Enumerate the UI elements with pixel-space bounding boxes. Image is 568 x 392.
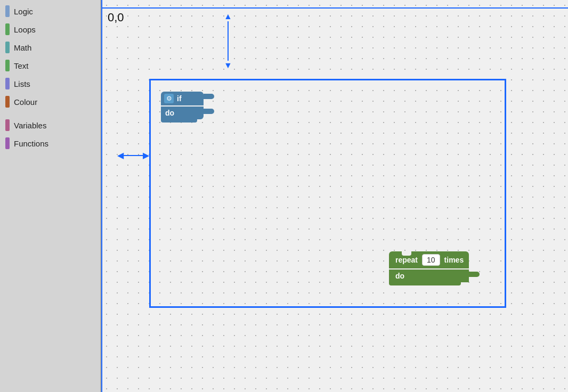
sidebar-label-math: Math xyxy=(14,43,31,52)
sidebar: Logic Loops Math Text Lists Colour Varia… xyxy=(0,0,101,392)
sidebar-label-logic: Logic xyxy=(14,7,33,16)
text-color-bar xyxy=(5,60,10,71)
coord-label: 0,0 xyxy=(108,11,124,24)
times-label: times xyxy=(444,256,464,264)
if-block-bottom xyxy=(161,119,197,123)
sidebar-separator xyxy=(0,111,100,116)
sidebar-item-lists[interactable]: Lists xyxy=(0,75,100,93)
sidebar-item-loops[interactable]: Loops xyxy=(0,20,100,38)
repeat-value[interactable]: 10 xyxy=(422,254,440,266)
loops-color-bar xyxy=(5,23,10,35)
horizontal-line xyxy=(101,7,568,9)
math-color-bar xyxy=(5,42,10,53)
gear-icon[interactable]: ⚙ xyxy=(164,94,174,103)
canvas-area[interactable]: 0,0 ⚙ if do repeat 10 times do xyxy=(101,0,568,392)
sidebar-label-loops: Loops xyxy=(14,25,36,34)
variables-color-bar xyxy=(5,119,10,131)
do-notch xyxy=(204,109,214,114)
sidebar-label-lists: Lists xyxy=(14,79,30,88)
sidebar-label-functions: Functions xyxy=(14,139,48,148)
lists-color-bar xyxy=(5,78,10,89)
sidebar-item-text[interactable]: Text xyxy=(0,56,100,75)
sidebar-label-variables: Variables xyxy=(14,121,46,130)
arrow-v-line xyxy=(228,21,229,61)
repeat-do-notch xyxy=(469,272,480,277)
horizontal-arrow xyxy=(117,150,149,160)
sidebar-item-functions[interactable]: Functions xyxy=(0,134,100,152)
sidebar-label-text: Text xyxy=(14,61,29,70)
do-label: do xyxy=(165,109,174,117)
vertical-arrow xyxy=(224,12,232,70)
sidebar-item-variables[interactable]: Variables xyxy=(0,116,100,134)
sidebar-item-colour[interactable]: Colour xyxy=(0,93,100,111)
vertical-line xyxy=(101,0,102,392)
if-do-row: do xyxy=(161,107,204,119)
repeat-label: repeat xyxy=(395,256,418,264)
repeat-block-header: repeat 10 times xyxy=(389,251,469,268)
if-block-header: ⚙ if xyxy=(161,92,204,105)
repeat-do-row: do xyxy=(389,270,469,282)
if-label: if xyxy=(177,94,182,103)
repeat-do-label: do xyxy=(395,272,404,280)
repeat-block-bottom xyxy=(389,282,461,285)
colour-color-bar xyxy=(5,96,10,108)
sidebar-item-logic[interactable]: Logic xyxy=(0,2,100,20)
repeat-top-notch xyxy=(402,251,411,256)
logic-color-bar xyxy=(5,5,10,17)
arrow-h-line xyxy=(124,155,143,156)
functions-color-bar xyxy=(5,137,10,149)
sidebar-item-math[interactable]: Math xyxy=(0,38,100,56)
sidebar-label-colour: Colour xyxy=(14,97,37,107)
repeat-block[interactable]: repeat 10 times do xyxy=(389,251,469,285)
if-block[interactable]: ⚙ if do xyxy=(161,92,204,123)
if-notch xyxy=(204,94,214,99)
